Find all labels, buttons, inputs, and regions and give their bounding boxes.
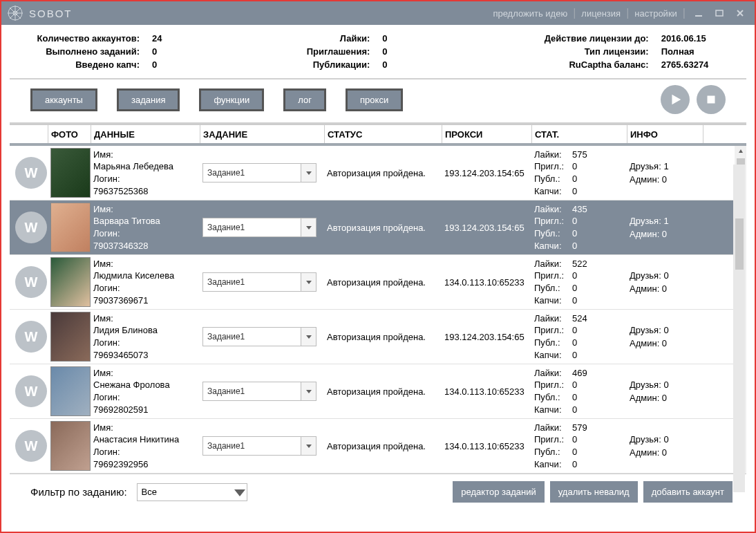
account-status: Авторизация пройдена. (324, 441, 442, 451)
account-status: Авторизация пройдена. (324, 223, 442, 233)
vk-icon: W (15, 157, 47, 189)
vk-icon: W (15, 430, 47, 462)
vk-icon: W (15, 375, 47, 407)
outer-scroll-thumb[interactable] (735, 218, 744, 270)
table-row[interactable]: W Имя:Анастасия НикитинаЛогин:7969239295… (10, 419, 746, 474)
col-status[interactable]: СТАТУС (324, 125, 442, 143)
table-body: W Имя:Марьяна ЛебедеваЛогин:79637525368 … (10, 146, 746, 474)
table-row[interactable]: W Имя:Лидия БлиноваЛогин:79693465073 Зад… (10, 310, 746, 364)
account-info: Друзья: 1 Админ: 0 (627, 160, 703, 187)
chevron-down-icon (301, 218, 316, 236)
nav-tasks-button[interactable]: задания (117, 88, 180, 111)
account-photo (50, 257, 91, 307)
task-select[interactable]: Задание1 (202, 272, 316, 292)
account-data: Имя:Лидия БлиноваЛогин:79693465073 (91, 312, 200, 361)
account-stat: Лайки:469 Пригл.:0 Публ.:0 Капчи:0 (531, 367, 627, 415)
add-account-button[interactable]: добавить аккаунт (643, 481, 733, 503)
svg-marker-14 (306, 281, 312, 284)
close-button[interactable] (731, 6, 749, 20)
scroll-up-icon[interactable] (735, 146, 746, 157)
svg-marker-13 (306, 226, 312, 230)
svg-marker-16 (306, 390, 312, 393)
stat-accounts-label: Количество аккаунтов: (22, 33, 140, 44)
stat-captcha-value: 0 (140, 59, 157, 70)
col-photo[interactable]: ФОТО (48, 125, 91, 143)
app-logo-icon (7, 5, 23, 21)
svg-marker-17 (306, 445, 312, 448)
col-data[interactable]: ДАННЫЕ (91, 125, 200, 143)
account-proxy: 193.124.203.154:65 (442, 223, 531, 233)
account-proxy: 134.0.113.10:65233 (442, 441, 531, 451)
account-status: Авторизация пройдена. (324, 168, 442, 178)
nav-log-button[interactable]: лог (283, 88, 326, 111)
account-data: Имя:Снежана ФроловаЛогин:79692802591 (91, 367, 200, 415)
maximize-button[interactable] (710, 6, 728, 20)
account-photo (50, 203, 91, 252)
stat-lic-until-label: Действие лицензии до: (497, 33, 649, 44)
account-stat: Лайки:522 Пригл.:0 Публ.:0 Капчи:0 (531, 258, 627, 306)
play-button[interactable] (661, 85, 690, 114)
outer-scrollbar[interactable] (733, 165, 745, 492)
account-photo (50, 148, 91, 198)
task-editor-button[interactable]: редактор заданий (453, 481, 544, 503)
stat-tasks-label: Выполнено заданий: (22, 46, 140, 57)
task-select[interactable]: Задание1 (202, 163, 316, 183)
footer-bar: Фильтр по заданию: Все редактор заданий … (10, 474, 746, 503)
account-photo (50, 312, 91, 362)
link-settings[interactable]: настройки (634, 8, 677, 19)
col-task[interactable]: ЗАДАНИЕ (200, 125, 324, 143)
stat-lic-until-value: 2016.06.15 (649, 33, 706, 44)
table-row[interactable]: W Имя:Марьяна ЛебедеваЛогин:79637525368 … (10, 146, 746, 200)
table-row[interactable]: W Имя:Варвара ТитоваЛогин:79037346328 За… (10, 200, 746, 255)
title-bar: SOBOT предложить идею | лицензия | настр… (1, 1, 755, 25)
col-info[interactable]: ИНФО (627, 125, 703, 143)
stat-pubs-label: Публикации: (259, 59, 370, 70)
filter-select[interactable]: Все (137, 483, 247, 501)
accounts-table: ФОТО ДАННЫЕ ЗАДАНИЕ СТАТУС ПРОКСИ СТАТ. … (10, 124, 746, 474)
account-photo (50, 366, 91, 416)
app-title: SOBOT (29, 8, 73, 19)
stat-rucaptcha-value: 2765.63274 (649, 59, 709, 70)
stat-invites-value: 0 (370, 46, 387, 57)
account-status: Авторизация пройдена. (324, 386, 442, 397)
vk-icon: W (15, 266, 47, 298)
account-proxy: 134.0.113.10:65233 (442, 386, 531, 397)
task-select-value: Задание1 (203, 277, 301, 287)
filter-label: Фильтр по заданию: (30, 486, 127, 498)
link-suggest-idea[interactable]: предложить идею (493, 8, 567, 19)
task-select[interactable]: Задание1 (202, 327, 316, 346)
minimize-button[interactable] (690, 6, 708, 20)
account-info: Друзья: 0 Админ: 0 (627, 433, 703, 460)
col-proxy[interactable]: ПРОКСИ (442, 125, 531, 143)
nav-functions-button[interactable]: функции (199, 88, 264, 111)
account-data: Имя:Варвара ТитоваЛогин:79037346328 (91, 203, 200, 252)
task-select[interactable]: Задание1 (202, 382, 316, 401)
nav-accounts-button[interactable]: аккаунты (30, 88, 97, 111)
svg-marker-18 (739, 149, 743, 153)
task-select[interactable]: Задание1 (202, 436, 316, 456)
col-stat[interactable]: СТАТ. (531, 125, 627, 143)
stat-lic-type-value: Полная (649, 46, 694, 57)
account-status: Авторизация пройдена. (324, 332, 442, 342)
table-header: ФОТО ДАННЫЕ ЗАДАНИЕ СТАТУС ПРОКСИ СТАТ. … (10, 124, 746, 146)
table-row[interactable]: W Имя:Снежана ФроловаЛогин:79692802591 З… (10, 364, 746, 419)
vk-icon: W (15, 212, 47, 243)
stat-accounts-value: 24 (140, 33, 162, 44)
stat-likes-label: Лайки: (259, 33, 370, 44)
stat-rucaptcha-label: RuCaptha баланс: (497, 59, 649, 70)
account-photo (50, 421, 91, 471)
nav-proxy-button[interactable]: прокси (346, 88, 403, 111)
delete-invalid-button[interactable]: удалить невалид (550, 481, 638, 503)
stat-tasks-value: 0 (140, 46, 157, 57)
stat-captcha-label: Введено капч: (22, 59, 140, 70)
chevron-down-icon (301, 164, 316, 182)
table-row[interactable]: W Имя:Людмила КиселеваЛогин:79037369671 … (10, 255, 746, 310)
account-info: Друзья: 1 Админ: 0 (627, 214, 703, 241)
stat-likes-value: 0 (370, 33, 387, 44)
task-select[interactable]: Задание1 (202, 218, 316, 237)
chevron-down-icon (233, 485, 247, 499)
svg-marker-12 (306, 171, 312, 175)
svg-marker-20 (234, 489, 245, 496)
link-license[interactable]: лицензия (581, 8, 621, 19)
stop-button[interactable] (697, 85, 726, 114)
